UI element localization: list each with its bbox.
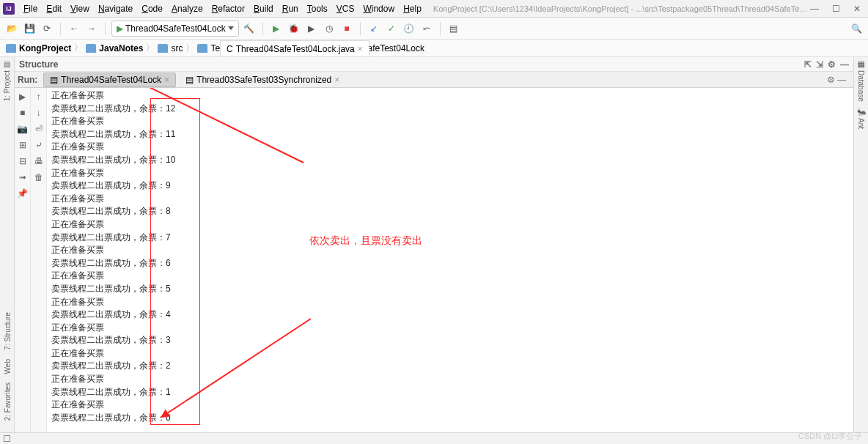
console-line: 卖票线程二出票成功，余票：6 [51,257,849,270]
close-tab-icon[interactable]: × [358,44,363,54]
console-text: 正在准备买票 [51,219,104,229]
menu-item[interactable]: File [19,4,42,14]
menu-item[interactable]: Build [249,4,278,14]
coverage-icon[interactable]: ▶ [304,21,319,36]
clear-icon[interactable]: 🗑 [33,171,45,183]
console-line: 卖票线程二出票成功，余票：10 [51,154,849,167]
pin-icon[interactable]: 📌 [17,188,29,199]
class-icon: C [227,44,233,54]
minimize-icon[interactable]: — [810,4,819,14]
menu-bar: IJ FileEditViewNavigateCodeAnalyzeRefact… [0,0,868,18]
console-value: 4 [166,308,171,322]
run-tab-icon: ▤ [185,75,194,85]
app-logo-icon: IJ [3,3,15,15]
refresh-icon[interactable]: ⟳ [40,21,54,36]
debug-icon[interactable]: 🐞 [287,21,301,36]
run-icon[interactable]: ▶ [269,21,284,36]
vcs-revert-icon[interactable]: ⤺ [419,21,434,36]
collapse-icon[interactable]: ⇱ [804,59,812,70]
console-value: 9 [166,180,171,193]
menu-item[interactable]: Navigate [94,4,137,14]
console-line: 卖票线程二出票成功，余票：2 [51,360,849,373]
console-text: 正在准备买票 [51,270,104,281]
dump-icon[interactable]: 📷 [17,123,29,135]
structure-tool-label[interactable]: 7: Structure [4,312,12,350]
main-toolbar: 📂 💾 ⟳ ← → ▶ Thread04SafeTest04Lock 🔨 ▶ 🐞… [0,18,868,40]
menu-item[interactable]: VCS [332,4,359,14]
structure-icon[interactable]: ▤ [446,21,461,36]
menu-item[interactable]: Refactor [207,4,249,14]
run-toolbar-left2: ↑ ↓ ⏎ ⤶ 🖶 🗑 [31,88,47,432]
prev-icon[interactable]: ⊟ [17,155,29,167]
menu-item[interactable]: Run [278,4,303,14]
ant-tool-label[interactable]: Ant [857,118,865,129]
vcs-history-icon[interactable]: 🕘 [402,21,416,36]
maximize-icon[interactable]: ☐ [832,4,840,14]
menu-item[interactable]: Analyze [167,4,207,14]
console-line: 卖票线程二出票成功，余票：8 [51,205,849,218]
softwrap-icon[interactable]: ⤶ [33,139,45,151]
menu-item[interactable]: Window [358,4,399,14]
project-tool-label[interactable]: 1: Project [3,70,11,101]
layout-icon[interactable]: ⊞ [17,139,29,151]
run-tab-name: Thread03SafeTest03Synchronized [196,75,331,85]
console-text: 卖票线程二出票成功，余票： [51,335,166,345]
console-text: 正在准备买票 [51,90,104,100]
project-tool-icon[interactable]: ▤ [4,60,10,68]
menu-item[interactable]: View [66,4,94,14]
close-icon[interactable]: ✕ [853,4,861,14]
close-run-tab-icon[interactable]: × [334,75,339,85]
console-value: 3 [166,334,171,347]
down-icon[interactable]: ↓ [33,107,45,119]
up-icon[interactable]: ↑ [33,91,45,103]
run-tab-active[interactable]: ▤ Thread04SafeTest04Lock × [43,73,176,87]
ant-tool-icon[interactable]: 🐜 [857,108,866,116]
expand-icon[interactable]: ⇲ [816,59,823,70]
rerun-icon[interactable]: ▶ [17,91,29,103]
close-run-tab-icon[interactable]: × [164,75,169,85]
console-line: 正在准备买票 [51,373,849,386]
console-text: 正在准备买票 [51,116,104,126]
exit-icon[interactable]: ➟ [17,171,29,183]
run-tab[interactable]: ▤ Thread03SafeTest03Synchronized × [179,73,346,87]
wrap-icon[interactable]: ⏎ [33,123,45,135]
vcs-commit-icon[interactable]: ✓ [384,21,399,36]
print-icon[interactable]: 🖶 [33,155,45,167]
console-value: 10 [166,154,175,167]
run-config-name: Thread04SafeTest04Lock [125,23,226,34]
search-icon[interactable]: 🔍 [849,21,864,36]
menu-item[interactable]: Help [399,4,426,14]
save-icon[interactable]: 💾 [22,21,37,36]
console-line: 正在准备买票 [51,322,849,335]
run-config-selector[interactable]: ▶ Thread04SafeTest04Lock [111,21,239,37]
gear-icon[interactable]: ⚙ — [827,75,850,85]
undo-icon[interactable]: ← [67,21,81,36]
console-text: 卖票线程二出票成功，余票： [51,103,166,114]
database-tool-label[interactable]: Database [857,70,865,102]
stop-icon[interactable]: ■ [17,107,29,119]
vcs-update-icon[interactable]: ↙ [367,21,381,36]
menu-item[interactable]: Code [137,4,167,14]
favorites-tool-label[interactable]: 2: Favorites [4,382,12,421]
console-output[interactable]: 依次卖出，且票没有卖出 正在准备买票卖票线程二出票成功，余票：12正在准备买票卖… [47,88,853,432]
editor-tab[interactable]: C Thread04SafeTest04Lock.java × [220,40,369,56]
bottom-collapse-icon[interactable]: ☐ [3,434,11,444]
console-value: 1 [166,386,171,399]
profile-icon[interactable]: ◷ [322,21,336,36]
hide-icon[interactable]: — [840,59,849,70]
web-tool-label[interactable]: Web [4,359,12,374]
run-tab-icon: ▤ [50,75,58,85]
open-icon[interactable]: 📂 [4,21,19,36]
console-text: 卖票线程二出票成功，余票： [51,258,166,268]
console-text: 正在准备买票 [51,245,104,255]
menu-item[interactable]: Tools [303,4,332,14]
console-text: 正在准备买票 [51,297,104,307]
database-tool-icon[interactable]: ▤ [858,60,864,68]
redo-icon[interactable]: → [84,21,99,36]
console-line: 卖票线程二出票成功，余票：4 [51,308,849,322]
gear-icon[interactable]: ⚙ [828,59,836,70]
menu-item[interactable]: Edit [42,4,66,14]
build-icon[interactable]: 🔨 [242,21,257,36]
run-panel-header: Run: ▤ Thread04SafeTest04Lock × ▤ Thread… [15,72,853,88]
stop-icon[interactable]: ■ [339,21,354,36]
